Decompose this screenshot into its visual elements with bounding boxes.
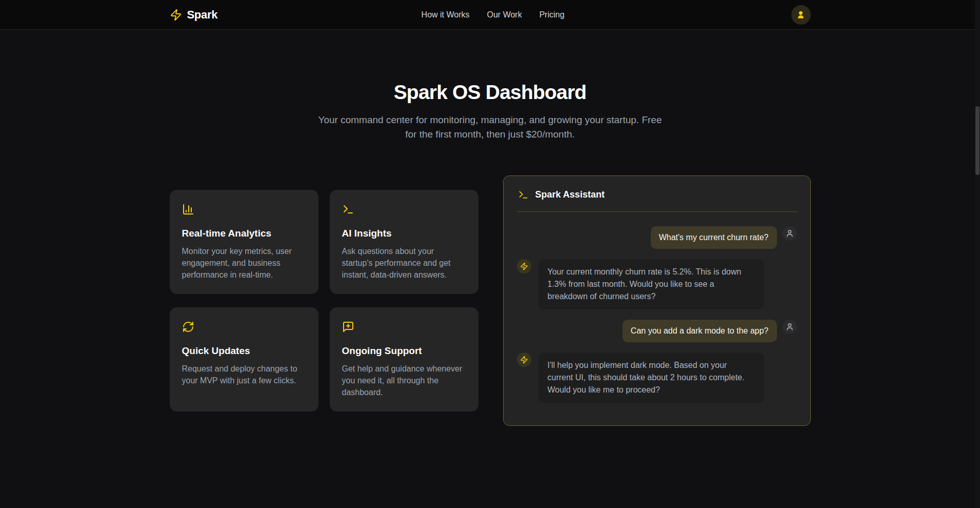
- vertical-scrollbar[interactable]: [975, 0, 980, 508]
- feature-description: Request and deploy changes to your MVP w…: [182, 363, 306, 386]
- chart-column-icon: [182, 203, 194, 216]
- chat-message-assistant: Your current monthly churn rate is 5.2%.…: [517, 259, 797, 309]
- nav-link-how-it-works[interactable]: How it Works: [422, 10, 470, 19]
- assistant-panel-title: Spark Assistant: [535, 189, 605, 200]
- feature-card-quick-updates: Quick Updates Request and deploy changes…: [170, 307, 318, 412]
- feature-description: Monitor your key metrics, user engagemen…: [182, 245, 306, 281]
- nav-link-pricing[interactable]: Pricing: [539, 10, 565, 19]
- account-avatar-button[interactable]: [791, 5, 811, 25]
- user-icon: [786, 323, 794, 331]
- top-nav-bar: Spark How it Works Our Work Pricing: [0, 0, 980, 30]
- feature-title: Quick Updates: [182, 345, 306, 357]
- user-avatar: [783, 226, 797, 241]
- zap-icon: [520, 356, 528, 364]
- main-content: Real-time Analytics Monitor your key met…: [170, 175, 811, 426]
- feature-title: Real-time Analytics: [182, 228, 306, 239]
- assistant-message-bubble: I'll help you implement dark mode. Based…: [538, 353, 764, 403]
- feature-card-realtime-analytics: Real-time Analytics Monitor your key met…: [170, 190, 318, 294]
- user-message-bubble: Can you add a dark mode to the app?: [623, 320, 777, 342]
- message-square-plus-icon: [342, 321, 354, 333]
- nav-link-our-work[interactable]: Our Work: [487, 10, 522, 19]
- feature-card-grid: Real-time Analytics Monitor your key met…: [170, 190, 478, 412]
- chat-message-user: Can you add a dark mode to the app?: [517, 320, 797, 342]
- feature-description: Ask questions about your startup's perfo…: [342, 245, 466, 281]
- user-message-bubble: What's my current churn rate?: [651, 226, 777, 249]
- zap-icon: [170, 9, 182, 21]
- spark-assistant-panel: Spark Assistant What's my current churn …: [503, 175, 811, 426]
- terminal-icon: [342, 203, 354, 216]
- user-icon: [796, 10, 806, 19]
- zap-icon: [520, 262, 528, 270]
- feature-title: AI Insights: [342, 228, 466, 239]
- feature-card-ongoing-support: Ongoing Support Get help and guidance wh…: [330, 307, 478, 412]
- assistant-panel-header: Spark Assistant: [504, 176, 810, 211]
- assistant-avatar: [517, 353, 531, 367]
- main-nav: How it Works Our Work Pricing: [422, 10, 565, 19]
- chat-message-list: What's my current churn rate? Your curre…: [504, 212, 810, 425]
- refresh-icon: [182, 321, 194, 333]
- page-title: Spark OS Dashboard: [0, 81, 980, 104]
- feature-card-ai-insights: AI Insights Ask questions about your sta…: [330, 190, 478, 294]
- feature-description: Get help and guidance whenever you need …: [342, 363, 466, 398]
- terminal-icon: [518, 189, 529, 200]
- scrollbar-thumb[interactable]: [975, 106, 979, 175]
- chat-message-user: What's my current churn rate?: [517, 226, 797, 249]
- page-subtitle: Your command center for monitoring, mana…: [316, 113, 665, 142]
- brand-name: Spark: [187, 8, 218, 22]
- hero-section: Spark OS Dashboard Your command center f…: [0, 81, 980, 142]
- feature-title: Ongoing Support: [342, 345, 466, 357]
- assistant-message-bubble: Your current monthly churn rate is 5.2%.…: [538, 259, 764, 309]
- user-avatar: [783, 320, 797, 334]
- user-icon: [786, 229, 794, 238]
- chat-message-assistant: I'll help you implement dark mode. Based…: [517, 353, 797, 403]
- assistant-avatar: [517, 259, 531, 273]
- brand-logo[interactable]: Spark: [170, 8, 218, 22]
